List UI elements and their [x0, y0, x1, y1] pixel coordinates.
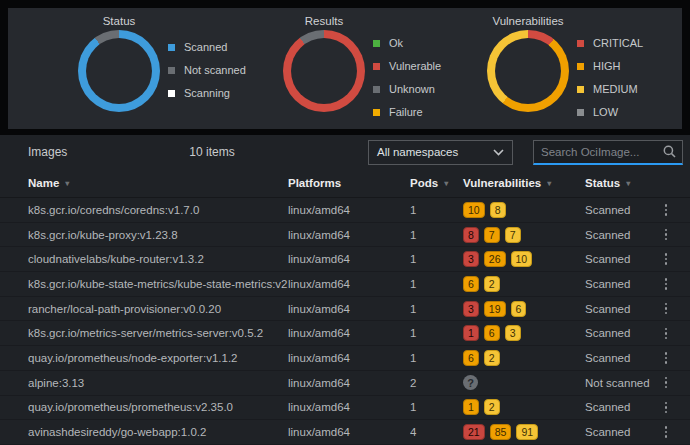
chevron-down-icon	[493, 149, 504, 156]
table-row[interactable]: k8s.gcr.io/coredns/coredns:v1.7.0linux/a…	[0, 198, 690, 223]
critical-count-badge: 21	[463, 424, 485, 440]
legend-item-unknown: Unknown	[373, 82, 441, 97]
legend-item-not-scanned: Not scanned	[168, 63, 246, 78]
high-count-badge: 7	[484, 227, 500, 243]
results-donut-hole	[291, 38, 357, 104]
critical-count-badge: 8	[463, 227, 479, 243]
image-platforms: linux/amd64	[288, 327, 410, 339]
image-name: avinashdesireddy/go-webapp:1.0.2	[28, 426, 288, 438]
images-section: Images 10 items All namespaces Name▾Plat…	[0, 135, 690, 445]
kebab-menu-button[interactable]	[659, 399, 673, 415]
image-platforms: linux/amd64	[288, 303, 410, 315]
vulnerability-badges: 3196	[463, 301, 585, 317]
image-name: quay.io/prometheus/node-exporter:v1.1.2	[28, 352, 288, 364]
kebab-menu-button[interactable]	[659, 375, 673, 391]
column-header-vulnerabilities[interactable]: Vulnerabilities▾	[463, 177, 585, 189]
high-count-badge: 19	[484, 301, 506, 317]
sort-arrow-icon: ▾	[547, 179, 551, 188]
actions-cell	[655, 399, 690, 415]
failure-swatch	[373, 109, 380, 116]
column-header-platforms: Platforms	[288, 177, 410, 189]
scan-status: Scanned	[585, 253, 655, 265]
table-row[interactable]: quay.io/prometheus/node-exporter:v1.1.2l…	[0, 346, 690, 371]
kebab-menu-button[interactable]	[659, 251, 673, 267]
ok-swatch	[373, 40, 380, 47]
namespace-select[interactable]: All namespaces	[368, 140, 513, 165]
actions-cell	[655, 276, 690, 292]
legend-label: Scanning	[184, 86, 230, 101]
section-title: Images	[28, 145, 67, 159]
legend-label: CRITICAL	[593, 36, 643, 51]
image-pods: 1	[410, 229, 463, 241]
column-header-status[interactable]: Status▾	[585, 177, 655, 189]
table-row[interactable]: k8s.gcr.io/kube-state-metrics/kube-state…	[0, 272, 690, 297]
status-donut-col: Status	[78, 15, 160, 112]
legend-item-high: HIGH	[577, 59, 643, 74]
image-pods: 1	[410, 327, 463, 339]
image-platforms: linux/amd64	[288, 278, 410, 290]
image-pods: 1	[410, 303, 463, 315]
vulnerability-badges: 108	[463, 202, 585, 218]
kebab-menu-button[interactable]	[659, 276, 673, 292]
kebab-menu-button[interactable]	[659, 350, 673, 366]
critical-count-badge: 1	[463, 325, 479, 341]
low-swatch	[577, 109, 584, 116]
vulnerabilities-legend: CRITICALHIGHMEDIUMLOW	[577, 36, 643, 128]
kebab-menu-button[interactable]	[659, 301, 673, 317]
table-row[interactable]: quay.io/prometheus/prometheus:v2.35.0lin…	[0, 396, 690, 421]
vulnerable-swatch	[373, 63, 380, 70]
vulnerability-badges: 62	[463, 276, 585, 292]
images-toolbar: Images 10 items All namespaces	[0, 135, 690, 169]
medium-count-badge: 2	[484, 350, 500, 366]
vulnerability-badges: 163	[463, 325, 585, 341]
kebab-menu-button[interactable]	[659, 202, 673, 218]
dashboard-root: StatusScannedNot scannedScanningResultsO…	[0, 0, 690, 445]
image-name: quay.io/prometheus/prometheus:v2.35.0	[28, 401, 288, 413]
unknown-swatch	[373, 86, 380, 93]
items-count: 10 items	[189, 145, 234, 159]
chart-status: StatusScannedNot scannedScanning	[78, 15, 246, 112]
high-count-badge: 10	[463, 202, 485, 218]
legend-label: HIGH	[593, 59, 621, 74]
column-header-label: Platforms	[288, 177, 341, 189]
actions-cell	[655, 301, 690, 317]
charts-panel: StatusScannedNot scannedScanningResultsO…	[8, 8, 682, 129]
legend-item-failure: Failure	[373, 105, 441, 120]
image-name: cloudnativelabs/kube-router:v1.3.2	[28, 253, 288, 265]
table-row[interactable]: rancher/local-path-provisioner:v0.0.20li…	[0, 297, 690, 322]
results-donut-chart	[283, 30, 365, 112]
column-header-label: Name	[28, 177, 59, 189]
scan-status: Scanned	[585, 229, 655, 241]
table-row[interactable]: k8s.gcr.io/kube-proxy:v1.23.8linux/amd64…	[0, 223, 690, 248]
legend-label: LOW	[593, 105, 618, 120]
table-row[interactable]: k8s.gcr.io/metrics-server/metrics-server…	[0, 321, 690, 346]
image-platforms: linux/amd64	[288, 426, 410, 438]
vulnerability-badges: 12	[463, 399, 585, 415]
status-legend: ScannedNot scannedScanning	[168, 40, 246, 109]
table-row[interactable]: avinashdesireddy/go-webapp:1.0.2linux/am…	[0, 420, 690, 445]
legend-item-critical: CRITICAL	[577, 36, 643, 51]
scan-status: Scanned	[585, 327, 655, 339]
kebab-menu-button[interactable]	[659, 227, 673, 243]
scan-status: Scanned	[585, 352, 655, 364]
scan-status: Scanned	[585, 278, 655, 290]
table-header: Name▾PlatformsPods▾Vulnerabilities▾Statu…	[0, 169, 690, 198]
vulnerability-badges: 32610	[463, 251, 585, 267]
legend-label: Vulnerable	[389, 59, 441, 74]
actions-cell	[655, 350, 690, 366]
status-donut-chart	[78, 30, 160, 112]
vulnerabilities-donut-chart	[487, 30, 569, 112]
table-row[interactable]: cloudnativelabs/kube-router:v1.3.2linux/…	[0, 247, 690, 272]
table-row[interactable]: alpine:3.13linux/amd642?Not scanned	[0, 371, 690, 396]
high-count-badge: 6	[463, 276, 479, 292]
column-header-pods[interactable]: Pods▾	[410, 177, 463, 189]
medium-count-badge: 91	[516, 424, 538, 440]
kebab-menu-button[interactable]	[659, 325, 673, 341]
legend-label: Not scanned	[184, 63, 246, 78]
column-header-name[interactable]: Name▾	[28, 177, 288, 189]
status-chart-title: Status	[103, 15, 136, 27]
search-input[interactable]	[533, 140, 683, 165]
vulnerabilities-donut-hole	[495, 38, 561, 104]
legend-item-scanning: Scanning	[168, 86, 246, 101]
kebab-menu-button[interactable]	[659, 424, 673, 440]
